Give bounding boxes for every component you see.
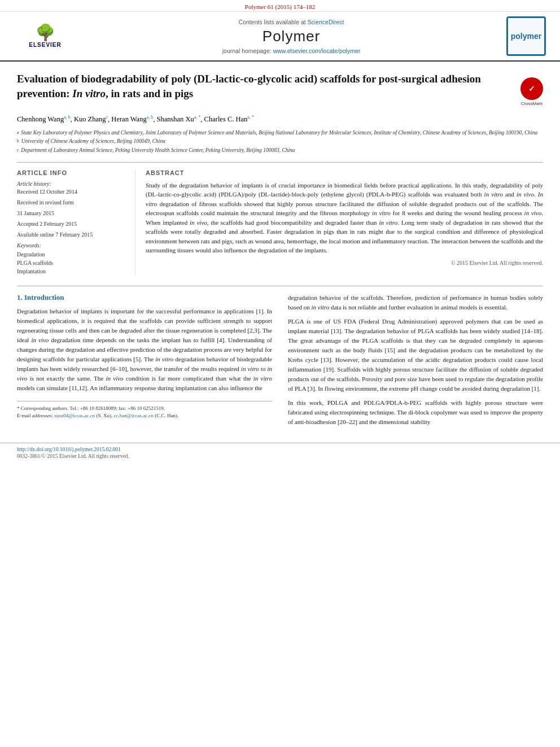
- bottom-bar: http://dx.doi.org/10.1016/j.polymer.2015…: [0, 443, 560, 462]
- elsevier-label: ELSEVIER: [29, 42, 61, 48]
- title-italic: In vitro: [72, 88, 106, 99]
- right-paragraph-3: In this work, PDLGA and PDLGA/PDLA-b-PEG…: [288, 398, 543, 427]
- right-paragraph-2: PLGA is one of US FDA (Federal Drug Admi…: [288, 317, 543, 394]
- issn-text: 0032-3861/© 2015 Elsevier Ltd. All right…: [17, 453, 543, 459]
- main-content: Evaluation of biodegradability of poly (…: [0, 62, 560, 443]
- keywords-label: Keywords:: [17, 242, 125, 248]
- homepage-link[interactable]: www.elsevier.com/locate/polymer: [273, 47, 361, 54]
- corresponding-author-note: * Corresponding authors. Tel.: +86 10 82…: [17, 405, 272, 412]
- email2-name: (C.C. Han).: [155, 413, 178, 418]
- keyword-3: Implantation: [17, 267, 125, 276]
- journal-name: Polymer: [262, 28, 320, 45]
- article-title-section: Evaluation of biodegradability of poly (…: [17, 72, 543, 106]
- abstract-header: ABSTRACT: [146, 169, 543, 176]
- email-note: E-mail addresses: xuss04@iccas.ac.cn (S.…: [17, 412, 272, 420]
- polymer-badge-area: polymer: [504, 16, 549, 56]
- email1-link[interactable]: xuss04@iccas.ac.cn: [54, 413, 95, 418]
- footnote-section: * Corresponding authors. Tel.: +86 10 82…: [17, 401, 272, 419]
- abstract-column: ABSTRACT Study of the degradation behavi…: [135, 169, 543, 276]
- authors-line: Chenhong Wanga, b, Kuo Zhangc, Heran Wan…: [17, 114, 543, 125]
- affil-c: c Department of Laboratory Animal Scienc…: [17, 147, 543, 154]
- crossmark-icon: ✓: [528, 84, 535, 93]
- intro-number: 1.: [17, 293, 23, 302]
- author-kuo: Kuo Zhang: [74, 115, 106, 123]
- journal-title-area: Contents lists available at ScienceDirec…: [85, 16, 498, 56]
- revised-date: 31 January 2015: [17, 210, 125, 216]
- email1-name: (S. Xu),: [97, 413, 113, 418]
- affil-a: a State Key Laboratory of Polymer Physic…: [17, 129, 543, 137]
- intro-heading-text: Introduction: [24, 293, 64, 302]
- section-divider: [17, 286, 543, 286]
- keyword-1: Degradation: [17, 250, 125, 259]
- polymer-badge-text: polymer: [511, 32, 541, 41]
- introduction-heading: 1. Introduction: [17, 293, 272, 302]
- history-label: Article history:: [17, 181, 125, 187]
- keywords-section: Keywords: Degradation PLGA scaffolds Imp…: [17, 242, 125, 276]
- sciencedirect-line: Contents lists available at ScienceDirec…: [239, 19, 344, 25]
- copyright-line: © 2015 Elsevier Ltd. All rights reserved…: [146, 260, 543, 266]
- crossmark-label: CrossMark: [521, 101, 543, 106]
- homepage-line: journal homepage: www.elsevier.com/locat…: [222, 47, 361, 54]
- homepage-prefix: journal homepage:: [222, 47, 272, 54]
- polymer-badge: polymer: [506, 16, 546, 56]
- online-value: Available online 7 February 2015: [17, 231, 125, 238]
- right-body-col: degradation behavior of the scaffolds. T…: [288, 293, 543, 432]
- article-title: Evaluation of biodegradability of poly (…: [17, 72, 520, 101]
- intro-paragraph-1: Degradation behavior of implants is impo…: [17, 307, 272, 393]
- journal-citation: Polymer 61 (2015) 174–182: [245, 3, 315, 10]
- accepted-value: Accepted 2 February 2015: [17, 221, 125, 227]
- author-heran: Heran Wang: [111, 115, 146, 123]
- article-info-header: ARTICLE INFO: [17, 169, 125, 176]
- article-info-column: ARTICLE INFO Article history: Received 1…: [17, 169, 135, 276]
- doi-link[interactable]: http://dx.doi.org/10.1016/j.polymer.2015…: [17, 447, 543, 452]
- abstract-text: Study of the degradation behavior of imp…: [146, 181, 543, 255]
- corresponding-text: * Corresponding authors. Tel.: +86 10 82…: [17, 405, 165, 411]
- affil-a-text: State Key Laboratory of Polymer Physics …: [21, 129, 537, 137]
- received-value: Received 12 October 2014: [17, 189, 125, 195]
- affiliations: a State Key Laboratory of Polymer Physic…: [17, 129, 543, 154]
- email-label: E-mail addresses:: [17, 413, 53, 418]
- journal-header: 🌳 ELSEVIER Contents lists available at S…: [0, 12, 560, 62]
- sciencedirect-link[interactable]: ScienceDirect: [308, 19, 344, 25]
- elsevier-logo: 🌳 ELSEVIER: [20, 21, 71, 52]
- author-chenhong: Chenhong Wang: [17, 115, 64, 123]
- publisher-logo-area: 🌳 ELSEVIER: [11, 16, 79, 56]
- crossmark-badge: ✓: [520, 77, 543, 100]
- helpful-text: helpful: [246, 346, 263, 353]
- sciencedirect-prefix: Contents lists available at: [239, 19, 306, 25]
- body-section: 1. Introduction Degradation behavior of …: [17, 293, 543, 432]
- journal-bar: Polymer 61 (2015) 174–182: [0, 0, 560, 12]
- author-shanshan: Shanshan Xu: [156, 115, 194, 123]
- affil-b-text: University of Chinese Academy of Science…: [21, 138, 165, 145]
- author-charles: Charles C. Han: [204, 115, 248, 123]
- keyword-2: PLGA scaffolds: [17, 259, 125, 267]
- tree-icon: 🌳: [36, 25, 55, 41]
- right-paragraph-1: degradation behavior of the scaffolds. T…: [288, 293, 543, 312]
- affil-c-text: Department of Laboratory Animal Science,…: [21, 147, 295, 154]
- left-body-col: 1. Introduction Degradation behavior of …: [17, 293, 272, 432]
- crossmark-area: ✓ CrossMark: [520, 74, 543, 106]
- title-part2: , in rats and in pigs: [106, 88, 193, 99]
- email2-link[interactable]: cc.han@iccas.ac.cn: [114, 413, 154, 418]
- article-info-abstract-section: ARTICLE INFO Article history: Received 1…: [17, 162, 543, 276]
- revised-label: Received in revised form: [17, 199, 125, 206]
- affil-b: b University of Chinese Academy of Scien…: [17, 138, 543, 145]
